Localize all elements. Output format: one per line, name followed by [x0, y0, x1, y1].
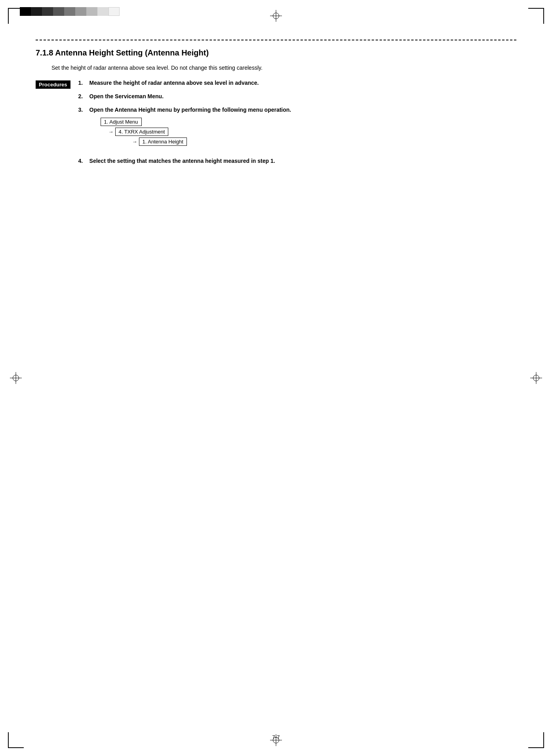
step-num-3: 3. — [78, 107, 89, 113]
procedures-list: 1. Measure the height of radar antenna a… — [78, 80, 291, 171]
menu-diagram: 1. Adjust Menu → 4. TXRX Adjustment → 1.… — [101, 118, 291, 146]
menu-row-1: 1. Adjust Menu — [101, 118, 291, 126]
step-text-2: Open the Serviceman Menu. — [89, 93, 164, 99]
menu-row-3: → 1. Antenna Height — [101, 137, 291, 146]
corner-mark-br — [528, 732, 544, 748]
corner-mark-tr — [528, 8, 544, 24]
procedure-step-3: 3. Open the Antenna Height menu by perfo… — [78, 107, 291, 151]
section-description: Set the height of radar antenna above se… — [51, 65, 516, 71]
step-text-1: Measure the height of radar antenna abov… — [89, 80, 259, 86]
menu-arrow-1: → — [108, 129, 114, 135]
step-num-4: 4. — [78, 158, 89, 164]
section-heading: 7.1.8 Antenna Height Setting (Antenna He… — [36, 48, 516, 57]
page-content: 7.1.8 Antenna Height Setting (Antenna He… — [36, 40, 516, 724]
step-text-4: Select the setting that matches the ante… — [89, 158, 275, 164]
crosshair-left — [10, 372, 22, 384]
menu-box-3: 1. Antenna Height — [139, 137, 187, 146]
step-text-3: Open the Antenna Height menu by performi… — [89, 107, 291, 113]
grayscale-bar — [20, 7, 120, 16]
procedure-step-2: 2. Open the Serviceman Menu. — [78, 93, 291, 99]
menu-arrow-2: → — [132, 139, 137, 145]
menu-box-1: 1. Adjust Menu — [101, 118, 142, 126]
procedures-block: Procedures 1. Measure the height of rada… — [36, 80, 516, 171]
crosshair-right — [530, 372, 542, 384]
corner-mark-bl — [8, 732, 24, 748]
crosshair-top — [270, 10, 282, 22]
procedures-badge: Procedures — [36, 80, 70, 89]
procedure-step-1: 1. Measure the height of radar antenna a… — [78, 80, 291, 86]
step-num-2: 2. — [78, 93, 89, 99]
page-number: 7-7 — [272, 734, 280, 740]
menu-box-2: 4. TXRX Adjustment — [115, 128, 169, 136]
procedure-step-4: 4. Select the setting that matches the a… — [78, 158, 291, 164]
menu-row-2: → 4. TXRX Adjustment — [101, 128, 291, 136]
step-num-1: 1. — [78, 80, 89, 86]
section-divider — [36, 40, 516, 40]
